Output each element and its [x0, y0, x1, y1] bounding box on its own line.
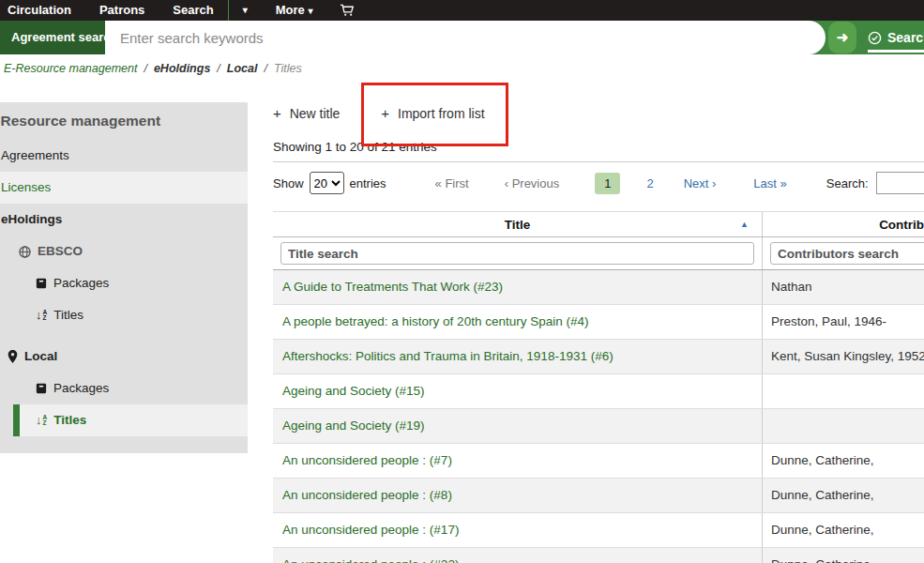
contributors-cell: Nathan — [763, 270, 924, 304]
sidebar-item-ebsco-packages[interactable]: Packages — [0, 267, 248, 299]
top-navigation-bar: Circulation Patrons Search ▾ More ▾ — [0, 0, 924, 21]
title-filter-input[interactable] — [280, 242, 754, 265]
breadcrumb-eholdings[interactable]: eHoldings — [154, 62, 210, 75]
title-link[interactable]: A people betrayed: a history of 20th cen… — [282, 314, 588, 328]
table-filter-row — [273, 237, 924, 270]
sidebar-item-label: EBSCO — [38, 236, 83, 267]
contributors-cell: Dunne, Catherine, — [763, 444, 924, 478]
import-from-list-button[interactable]: + Import from list — [381, 105, 484, 121]
nav-search[interactable]: Search — [159, 0, 227, 21]
table-controls: Show 20 entries « First ‹ Previous 1 2 N… — [273, 171, 924, 195]
sidebar-item-label: Licenses — [1, 172, 51, 204]
pagination-last[interactable]: Last » — [753, 176, 786, 190]
sort-alpha-down-icon: ↓ AZ — [36, 299, 47, 331]
nav-more-label: More — [276, 3, 305, 17]
sidebar-heading: E-Resource management — [0, 102, 248, 140]
column-title-label: Title — [505, 218, 531, 232]
sidebar-item-label: eHoldings — [1, 204, 62, 236]
cart-icon[interactable] — [326, 0, 367, 21]
sidebar-item-label: Titles — [53, 404, 86, 436]
contributors-cell: Preston, Paul, 1946- — [763, 305, 924, 339]
map-marker-icon — [8, 350, 18, 363]
sidebar-item-label: Packages — [53, 267, 109, 299]
sidebar-item-label: Local — [24, 341, 57, 373]
pagination-first[interactable]: « First — [435, 176, 469, 190]
title-link[interactable]: Aftershocks: Politics and Trauma in Brit… — [282, 349, 613, 363]
new-title-label: New title — [290, 106, 341, 121]
sidebar-item-label: Agreements — [1, 140, 69, 172]
pagination-page-2[interactable]: 2 — [646, 176, 653, 190]
table-search-input[interactable] — [876, 172, 924, 194]
contributors-cell: Kent, Susan Kingsley, 1952- — [763, 340, 924, 373]
check-circle-icon — [868, 31, 882, 45]
title-actions: + New title + Import from list — [273, 105, 485, 121]
sidebar-item-ebsco[interactable]: EBSCO — [0, 236, 248, 267]
sidebar-item-ebsco-titles[interactable]: ↓ AZ Titles — [0, 299, 248, 331]
sidebar-spacer — [0, 331, 248, 341]
pagination-page-1-current[interactable]: 1 — [595, 173, 620, 194]
table-row: Aftershocks: Politics and Trauma in Brit… — [273, 340, 924, 374]
sort-alpha-down-icon: ↓ AZ — [36, 404, 47, 436]
sidebar-item-local-titles-active[interactable]: ↓ AZ Titles — [13, 404, 248, 436]
nav-circulation[interactable]: Circulation — [8, 0, 85, 21]
sidebar-item-local-packages[interactable]: Packages — [0, 373, 248, 404]
active-tab-underline — [868, 50, 924, 53]
table-header-row: Title ▲ Contributors — [273, 211, 924, 237]
breadcrumb: E-Resource management / eHoldings / Loca… — [4, 62, 302, 75]
contributors-cell: Dunne, Catherine, — [763, 513, 924, 547]
column-header-title[interactable]: Title ▲ — [273, 212, 763, 236]
breadcrumb-separator: / — [264, 62, 266, 75]
pagination-previous[interactable]: ‹ Previous — [505, 176, 560, 190]
title-link[interactable]: An unconsidered people : (#8) — [282, 488, 452, 502]
breadcrumb-erm[interactable]: E-Resource management — [4, 62, 137, 75]
contributors-cell: Dunne, Catherine, — [763, 548, 924, 563]
contributors-cell — [763, 374, 924, 408]
column-contributors-label: Contributors — [879, 218, 924, 232]
plus-icon: + — [273, 105, 281, 121]
koha-erm-titles-page: Circulation Patrons Search ▾ More ▾ Agre… — [0, 0, 924, 563]
sidebar-item-local[interactable]: Local — [0, 341, 248, 373]
erm-sidebar: E-Resource management Agreements License… — [0, 102, 248, 453]
table-row: An unconsidered people : (#8) Dunne, Cat… — [273, 479, 924, 513]
globe-icon — [19, 246, 31, 258]
breadcrumb-separator: / — [144, 62, 146, 75]
column-header-contributors[interactable]: Contributors — [763, 212, 924, 236]
sidebar-item-label: Packages — [53, 373, 109, 404]
title-link[interactable]: An unconsidered people : (#7) — [282, 453, 452, 467]
divider-line — [273, 161, 924, 162]
sidebar-item-label: Titles — [53, 299, 83, 331]
tab-search-agreements-label: Search agreements — [887, 30, 924, 45]
package-box-icon — [36, 278, 47, 289]
new-title-button[interactable]: + New title — [273, 105, 340, 121]
title-link[interactable]: A Guide to Treatments That Work (#23) — [282, 280, 503, 294]
sidebar-item-agreements[interactable]: Agreements — [0, 140, 248, 172]
breadcrumb-titles: Titles — [274, 62, 302, 75]
title-link[interactable]: Ageing and Society (#15) — [282, 384, 425, 398]
table-search-label: Search: — [826, 176, 869, 190]
chevron-down-icon: ▾ — [308, 6, 312, 16]
table-row: An unconsidered people : (#7) Dunne, Cat… — [273, 444, 924, 479]
title-link[interactable]: Ageing and Society (#19) — [282, 418, 425, 433]
nav-patrons[interactable]: Patrons — [85, 0, 159, 21]
title-link[interactable]: An unconsidered people : (#22) — [282, 557, 459, 563]
import-from-list-label: Import from list — [398, 106, 485, 121]
search-submit-button[interactable]: ➜ — [828, 22, 856, 53]
sidebar-item-eholdings[interactable]: eHoldings — [0, 204, 248, 236]
showing-entries-text: Showing 1 to 20 of 21 entries — [273, 140, 437, 154]
titles-table: Title ▲ Contributors A Guide to Treatmen… — [273, 211, 924, 563]
nav-more[interactable]: More ▾ — [262, 0, 327, 21]
sidebar-item-licenses[interactable]: Licenses — [0, 172, 248, 204]
title-link[interactable]: An unconsidered people : (#17) — [282, 523, 459, 537]
page-size-select[interactable]: 20 — [310, 172, 344, 194]
pagination-next[interactable]: Next › — [684, 176, 717, 190]
contributors-cell — [763, 409, 924, 443]
plus-icon: + — [381, 105, 389, 121]
breadcrumb-local[interactable]: Local — [227, 62, 258, 75]
nav-dropdown-toggle[interactable]: ▾ — [229, 0, 262, 21]
breadcrumb-separator: / — [217, 62, 220, 75]
contributors-filter-input[interactable] — [770, 242, 924, 265]
show-label: Show — [273, 176, 304, 190]
table-row: Ageing and Society (#15) — [273, 374, 924, 409]
search-input[interactable] — [105, 21, 826, 54]
table-row: A people betrayed: a history of 20th cen… — [273, 305, 924, 340]
